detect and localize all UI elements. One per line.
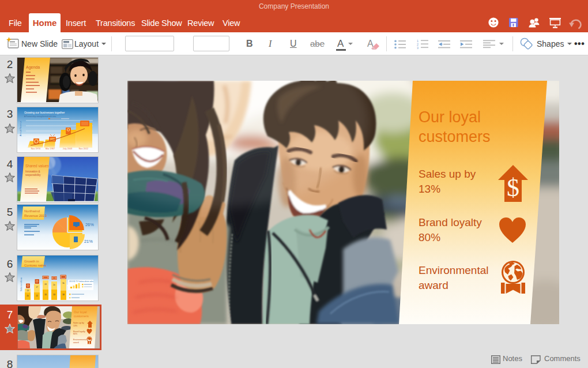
svg-text:$: $ bbox=[507, 174, 519, 202]
svg-text:Sales in millions: Sales in millions bbox=[20, 277, 22, 291]
svg-text:21%: 21% bbox=[84, 239, 93, 244]
svg-text:Nov 2012: Nov 2012 bbox=[79, 148, 88, 150]
svg-text:responsibility: responsibility bbox=[25, 174, 41, 177]
svg-text:A Partnership strengthened wit: A Partnership strengthened with time bbox=[24, 115, 56, 118]
svg-text:Contoso sales: Contoso sales bbox=[24, 264, 46, 267]
svg-text:20: 20 bbox=[27, 295, 29, 297]
svg-text:3x: 3x bbox=[62, 282, 65, 284]
svg-text:Environmental: Environmental bbox=[73, 339, 86, 341]
svg-text:Sales up by: Sales up by bbox=[73, 322, 84, 324]
svg-text:customers: customers bbox=[74, 314, 89, 318]
svg-text:Agenda: Agenda bbox=[26, 65, 40, 70]
svg-text:Innovation &: Innovation & bbox=[25, 170, 40, 173]
svg-text:Brand loyalty: Brand loyalty bbox=[73, 331, 85, 333]
svg-text:26%: 26% bbox=[85, 222, 94, 227]
svg-text:13%: 13% bbox=[73, 325, 78, 327]
svg-text:award: award bbox=[73, 341, 79, 344]
svg-text:33: 33 bbox=[53, 294, 55, 296]
svg-text:2x: 2x bbox=[53, 284, 55, 286]
svg-text:Growth in: Growth in bbox=[24, 260, 39, 263]
svg-text:17: 17 bbox=[36, 286, 38, 288]
svg-text:Our loyal: Our loyal bbox=[74, 310, 86, 314]
svg-text:Annual Revenue: Annual Revenue bbox=[20, 121, 22, 136]
svg-text:July 2003: July 2003 bbox=[63, 148, 72, 150]
svg-text:Shared values: Shared values bbox=[25, 164, 49, 168]
svg-text:33: 33 bbox=[44, 294, 47, 296]
svg-text:Mar 1987: Mar 1987 bbox=[46, 148, 55, 150]
svg-text:Growing our businesses togethe: Growing our businesses together bbox=[24, 111, 65, 114]
svg-text:13: 13 bbox=[27, 290, 29, 292]
svg-text:Nov 1974: Nov 1974 bbox=[31, 148, 40, 150]
svg-text:22: 22 bbox=[36, 295, 38, 297]
svg-text:38: 38 bbox=[62, 294, 65, 296]
svg-text:3: 3 bbox=[417, 46, 419, 50]
svg-text:2013 3D TV Contoso-driven sale: 2013 3D TV Contoso-driven sales bbox=[69, 280, 94, 283]
svg-text:Revenue 2013: Revenue 2013 bbox=[24, 214, 47, 217]
svg-text:80%: 80% bbox=[73, 333, 78, 335]
svg-text:24: 24 bbox=[44, 283, 47, 286]
svg-text:Northwind: Northwind bbox=[24, 209, 40, 213]
